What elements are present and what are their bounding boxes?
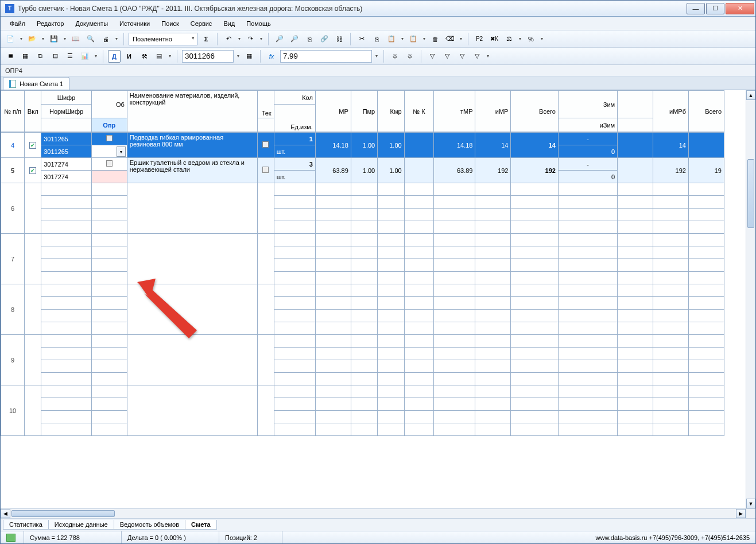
menu-search[interactable]: Поиск	[157, 19, 183, 28]
menu-service[interactable]: Сервис	[186, 19, 217, 28]
undo-dropdown[interactable]: ▾	[237, 33, 242, 45]
table-row-empty[interactable]	[1, 310, 724, 322]
open-dropdown[interactable]: ▾	[41, 33, 45, 45]
clear-icon[interactable]: ⌫	[444, 33, 456, 45]
grid[interactable]: № п/п Вкл Шифр Об Наименование материало…	[1, 90, 746, 508]
wrench-icon[interactable]: 🛠	[138, 50, 150, 63]
percent-dropdown[interactable]: ▾	[540, 33, 544, 45]
table-row-empty[interactable]	[1, 360, 724, 373]
tool-a-icon[interactable]: ⛭	[389, 50, 401, 63]
delete-icon[interactable]: 🗑	[429, 33, 441, 45]
minimize-button[interactable]: —	[687, 3, 705, 14]
table-row-empty[interactable]	[1, 348, 724, 360]
sheet-icon[interactable]: ▤	[153, 50, 165, 63]
table-row[interactable]: 5 3017274 Ершик туалетный с ведром из ст…	[1, 158, 724, 171]
table-row-empty[interactable]	[1, 322, 724, 335]
table-row-empty[interactable]	[1, 259, 724, 272]
maximize-button[interactable]: ☐	[706, 3, 724, 14]
menu-help[interactable]: Помощь	[242, 19, 276, 28]
table-icon[interactable]: ▦	[19, 50, 32, 63]
filter-icon[interactable]: ▽	[426, 50, 439, 63]
scroll-down-icon[interactable]: ▼	[746, 499, 755, 508]
row5-opr-cell[interactable]	[91, 171, 127, 183]
chart-icon[interactable]: 📊	[79, 50, 91, 63]
list-icon[interactable]: ☰	[64, 50, 76, 63]
menu-documents[interactable]: Документы	[71, 19, 113, 28]
vertical-scrollbar[interactable]: ▲ ▼	[746, 90, 755, 508]
table-row-empty[interactable]	[1, 423, 724, 436]
table-row-empty[interactable]	[1, 196, 724, 209]
fx-icon[interactable]: fx	[265, 50, 278, 63]
i-toggle-icon[interactable]: И	[123, 50, 135, 63]
row4-ob-checkbox[interactable]	[106, 135, 113, 141]
new-doc-dropdown[interactable]: ▾	[19, 33, 24, 45]
paste-dropdown[interactable]: ▾	[400, 33, 405, 45]
document-tab-active[interactable]: Новая Смета 1	[3, 77, 69, 90]
open-icon[interactable]: 📂	[26, 33, 38, 45]
clear-dropdown[interactable]: ▾	[459, 33, 463, 45]
find-next-icon[interactable]: 🔎	[288, 33, 301, 45]
horizontal-scrollbar[interactable]: ◀ ▶	[1, 508, 746, 518]
close-button[interactable]: ✕	[726, 3, 754, 14]
clipboard-dropdown[interactable]: ▾	[422, 33, 427, 45]
table-row-empty[interactable]	[1, 209, 724, 221]
goto-icon[interactable]: ⎘	[303, 33, 316, 45]
value-dropdown[interactable]: ▾	[374, 50, 379, 63]
new-doc-icon[interactable]: 📄	[4, 33, 17, 45]
table-row-empty[interactable]	[1, 411, 724, 423]
row-icon[interactable]: ≣	[4, 50, 17, 63]
table-row-empty[interactable]: 6	[1, 183, 724, 196]
table-row-empty[interactable]: 8	[1, 284, 724, 297]
apply-code-icon[interactable]: ▦	[243, 50, 255, 63]
grid-body[interactable]: 4 3011265 Подводка гибкая армированная р…	[1, 132, 724, 436]
table-row-empty[interactable]: 10	[1, 385, 724, 398]
value-input[interactable]	[280, 50, 372, 63]
row4-opr-dropdown[interactable]	[91, 145, 127, 158]
sheet-dropdown[interactable]: ▾	[168, 50, 172, 63]
find-icon[interactable]: 🔎	[273, 33, 286, 45]
copy-icon[interactable]: ⎘	[370, 33, 383, 45]
table-row-empty[interactable]	[1, 297, 724, 310]
row5-ob-checkbox[interactable]	[106, 160, 113, 167]
unlink-icon[interactable]: ⛓	[333, 33, 346, 45]
redo-dropdown[interactable]: ▾	[259, 33, 263, 45]
percent-icon[interactable]: %	[525, 33, 537, 45]
tool-b-icon[interactable]: ⛭	[404, 50, 416, 63]
scroll-left-icon[interactable]: ◀	[1, 509, 10, 518]
sigma-icon[interactable]: Σ	[200, 33, 212, 45]
menu-editor[interactable]: Редактор	[32, 19, 68, 28]
filter-add-icon[interactable]: ▽	[441, 50, 453, 63]
p2-icon[interactable]: Р2	[473, 33, 486, 45]
table-row-empty[interactable]	[1, 398, 724, 411]
row4-tek-checkbox[interactable]	[262, 141, 269, 148]
filter-edit-icon[interactable]: ▽	[456, 50, 468, 63]
row5-tek-checkbox[interactable]	[262, 167, 269, 173]
menu-sources[interactable]: Источники	[115, 19, 154, 28]
scales-dropdown[interactable]: ▾	[518, 33, 522, 45]
tab-statistics[interactable]: Статистика	[3, 520, 49, 530]
paste-icon[interactable]: 📋	[385, 33, 398, 45]
code-input[interactable]	[182, 50, 234, 63]
xk-icon[interactable]: ✖К	[488, 33, 501, 45]
scroll-thumb-horizontal[interactable]	[11, 510, 115, 517]
menu-file[interactable]: Файл	[5, 19, 30, 28]
tab-volumes[interactable]: Ведомость объемов	[114, 520, 185, 530]
tree-icon[interactable]: ⊟	[49, 50, 61, 63]
book-icon[interactable]: 📖	[69, 33, 82, 45]
row5-include-checkbox[interactable]	[29, 167, 36, 174]
scales-icon[interactable]: ⚖	[503, 33, 515, 45]
redo-icon[interactable]: ↷	[244, 33, 257, 45]
table-row-empty[interactable]	[1, 272, 724, 284]
clipboard-icon[interactable]: 📋	[407, 33, 420, 45]
preview-icon[interactable]: 🔍	[84, 33, 97, 45]
save-icon[interactable]: 💾	[48, 33, 60, 45]
table-row-empty[interactable]	[1, 373, 724, 385]
undo-icon[interactable]: ↶	[222, 33, 235, 45]
row4-include-checkbox[interactable]	[29, 142, 36, 149]
cut-icon[interactable]: ✂	[355, 33, 368, 45]
scroll-thumb-vertical[interactable]	[747, 159, 754, 228]
table-row-empty[interactable]: 7	[1, 234, 724, 246]
link-icon[interactable]: 🔗	[318, 33, 331, 45]
print-icon[interactable]: 🖨	[99, 33, 112, 45]
scroll-right-icon[interactable]: ▶	[736, 509, 746, 518]
